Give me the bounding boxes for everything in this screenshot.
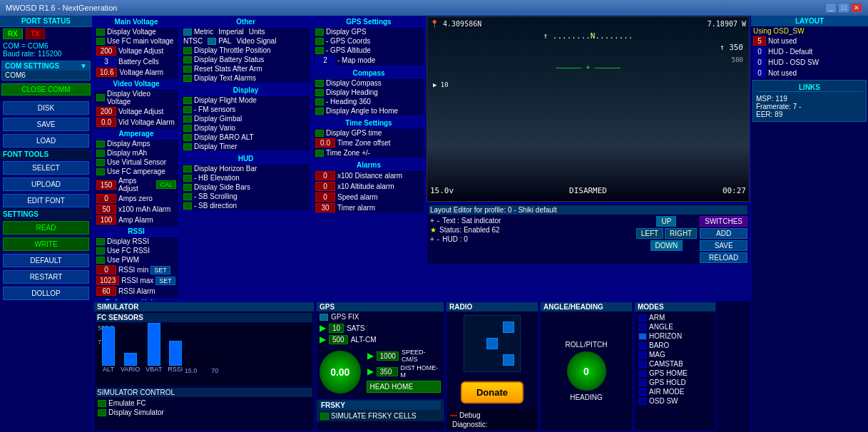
left-button[interactable]: LEFT bbox=[636, 228, 663, 239]
gps-coords-indicator[interactable] bbox=[315, 38, 324, 45]
display-video-voltage-indicator[interactable] bbox=[96, 94, 105, 101]
sb-direction-indicator[interactable] bbox=[183, 202, 192, 210]
le-text-row: + - Text : Sat indicator bbox=[429, 216, 633, 225]
select-button[interactable]: SELECT bbox=[3, 161, 89, 175]
save-layout-button[interactable]: SAVE bbox=[700, 240, 747, 251]
vario-indicator[interactable] bbox=[183, 125, 192, 132]
write-button[interactable]: WRITE bbox=[3, 237, 89, 251]
down-button[interactable]: DOWN bbox=[650, 240, 683, 251]
hud-minus-button[interactable]: - bbox=[437, 235, 439, 243]
close-comm-button[interactable]: CLOSE COMM bbox=[1, 83, 91, 96]
use-pwm-indicator[interactable] bbox=[96, 257, 105, 264]
mode-indicator-baro[interactable] bbox=[638, 342, 647, 349]
mode-indicator-air mode[interactable] bbox=[638, 389, 647, 396]
add-button[interactable]: ADD bbox=[700, 228, 747, 239]
hud-plus-button[interactable]: + bbox=[430, 235, 434, 243]
sb-scrolling-indicator[interactable] bbox=[183, 193, 192, 200]
pal-indicator[interactable] bbox=[208, 38, 216, 45]
layout-hud-osd-sw: HUD - OSD SW bbox=[768, 58, 819, 66]
mode-indicator-gps hold[interactable] bbox=[638, 379, 647, 386]
display-mah-indicator[interactable] bbox=[96, 150, 105, 157]
fc-amperage-indicator[interactable] bbox=[96, 168, 105, 175]
read-button[interactable]: READ bbox=[3, 221, 89, 235]
battery-status-indicator[interactable] bbox=[183, 56, 192, 63]
altitude-alarm-row: 0 x10 Altitude alarm bbox=[313, 181, 424, 192]
rssi-min-set-button[interactable]: SET bbox=[150, 266, 170, 274]
compass-panel: Compass Display Compass Display Heading … bbox=[312, 68, 425, 116]
mode-indicator-camstab[interactable] bbox=[638, 361, 647, 368]
save-button[interactable]: SAVE bbox=[3, 118, 89, 131]
mode-indicator-angle[interactable] bbox=[638, 324, 647, 331]
text-plus-button[interactable]: + bbox=[430, 217, 434, 225]
side-bars-label: Display Side Bars bbox=[194, 183, 250, 191]
text-alarms-indicator[interactable] bbox=[183, 75, 192, 82]
virtual-sensor-indicator[interactable] bbox=[96, 159, 105, 166]
display-compass-indicator[interactable] bbox=[315, 80, 324, 87]
gps-fix-indicator[interactable] bbox=[320, 314, 328, 321]
disk-button[interactable]: DISK bbox=[3, 101, 89, 115]
dollop-button[interactable]: DOLLOP bbox=[3, 287, 89, 300]
radio-visual bbox=[446, 312, 538, 376]
default-button[interactable]: DEFAULT bbox=[3, 254, 89, 267]
display-sim-indicator[interactable] bbox=[98, 409, 106, 416]
metric-indicator[interactable] bbox=[183, 29, 192, 36]
side-bars-indicator[interactable] bbox=[183, 184, 192, 191]
reload-button[interactable]: RELOAD bbox=[700, 252, 747, 263]
hb-elevation-label: - HB Elevation bbox=[194, 174, 240, 182]
radio-tr-dot bbox=[503, 322, 514, 333]
timezone-indicator[interactable] bbox=[315, 150, 324, 157]
use-fc-voltage-indicator[interactable] bbox=[96, 38, 105, 45]
baro-alt-indicator[interactable] bbox=[183, 134, 192, 141]
upload-button[interactable]: UPLOAD bbox=[3, 178, 89, 191]
display-compass-label: Display Compass bbox=[326, 79, 382, 87]
restart-button[interactable]: RESTART bbox=[3, 270, 89, 284]
display-voltage-indicator[interactable] bbox=[96, 29, 105, 36]
com-settings-header[interactable]: COM SETTINGS ▼ bbox=[2, 61, 90, 71]
gimbal-indicator[interactable] bbox=[183, 115, 192, 123]
sim-frsky-indicator[interactable] bbox=[320, 413, 329, 420]
fm-sensors-indicator[interactable] bbox=[183, 106, 192, 113]
load-button[interactable]: LOAD bbox=[3, 134, 89, 148]
minimize-button[interactable]: _ bbox=[825, 3, 837, 13]
mode-row: HORIZON bbox=[636, 331, 714, 341]
rssi-max-set-button[interactable]: SET bbox=[155, 277, 175, 285]
settings-header: SETTINGS bbox=[0, 209, 92, 220]
timer-indicator[interactable] bbox=[183, 143, 192, 150]
mode-indicator-arm[interactable] bbox=[638, 314, 647, 322]
cal-button[interactable]: CAL bbox=[156, 180, 176, 189]
gps-altitude-indicator[interactable] bbox=[315, 47, 324, 54]
mode-indicator-mag[interactable] bbox=[638, 351, 647, 359]
angle-home-indicator[interactable] bbox=[315, 108, 324, 115]
donate-button[interactable]: Donate bbox=[461, 381, 524, 403]
up-button[interactable]: UP bbox=[656, 216, 676, 227]
battery-cells-row: 3 Battery Cells bbox=[94, 56, 178, 67]
right-button[interactable]: RIGHT bbox=[665, 228, 697, 239]
use-fc-rssi-indicator[interactable] bbox=[96, 247, 105, 254]
close-button[interactable]: ✕ bbox=[851, 3, 862, 13]
edit-font-button[interactable]: EDIT FONT bbox=[3, 194, 89, 207]
switches-button[interactable]: SWITCHES bbox=[700, 216, 747, 227]
layout-row-5: 5 Not used bbox=[751, 36, 868, 46]
reset-stats-indicator[interactable] bbox=[183, 66, 192, 73]
restore-button[interactable]: □ bbox=[838, 3, 849, 13]
display-gps-time-indicator[interactable] bbox=[315, 130, 324, 137]
display-gps-indicator[interactable] bbox=[315, 29, 324, 36]
mode-indicator-horizon[interactable] bbox=[638, 333, 647, 340]
throttle-pos-indicator[interactable] bbox=[183, 47, 192, 54]
display-heading-label: Display Heading bbox=[326, 88, 378, 96]
head-home-button[interactable]: HEAD HOME bbox=[367, 381, 441, 393]
horizon-bar-indicator[interactable] bbox=[183, 165, 192, 173]
heading-360-indicator[interactable] bbox=[315, 98, 324, 106]
text-minus-button[interactable]: - bbox=[437, 217, 439, 225]
mode-indicator-osd sw[interactable] bbox=[638, 398, 647, 405]
flight-mode-indicator[interactable] bbox=[183, 97, 192, 104]
hb-elevation-indicator[interactable] bbox=[183, 175, 192, 182]
voltage-adjust-row: 200 Voltage Adjust bbox=[94, 46, 178, 56]
display-video-voltage-row: Display Video Voltage bbox=[94, 89, 178, 106]
display-mah-label: Display mAh bbox=[107, 149, 147, 157]
display-rssi-indicator[interactable] bbox=[96, 238, 105, 245]
emulate-fc-indicator[interactable] bbox=[98, 400, 106, 407]
display-heading-indicator[interactable] bbox=[315, 89, 324, 96]
mode-indicator-gps home[interactable] bbox=[638, 370, 647, 377]
display-amps-indicator[interactable] bbox=[96, 140, 105, 148]
